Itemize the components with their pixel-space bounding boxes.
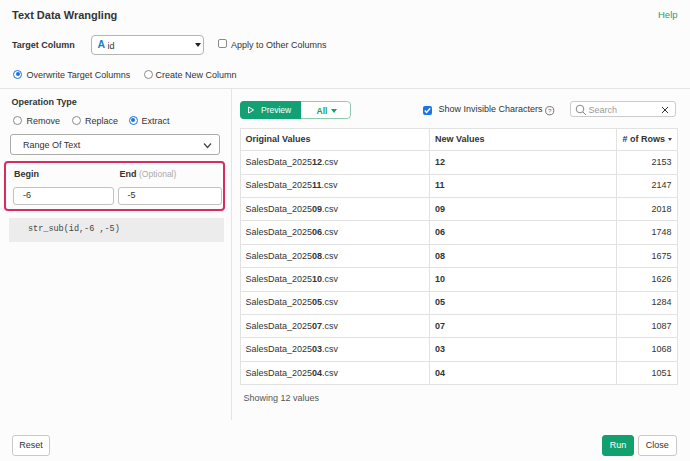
svg-text:?: ? xyxy=(547,107,551,114)
